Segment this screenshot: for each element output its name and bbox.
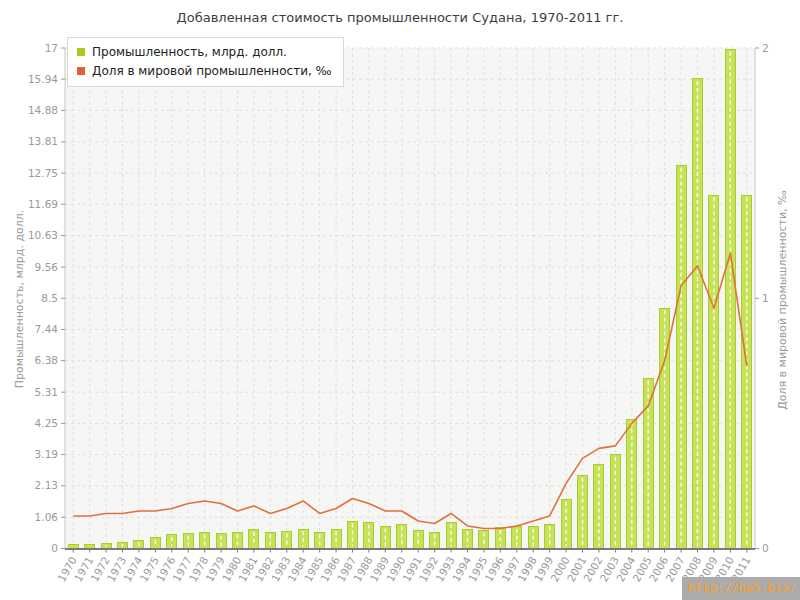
svg-text:5.31: 5.31 (35, 386, 58, 398)
right-axis-ticks: 012 (755, 42, 769, 555)
watermark-link[interactable]: http://be5.biz/ (682, 577, 800, 600)
left-axis-ticks: 01.062.133.194.255.316.387.448.59.5610.6… (28, 42, 65, 555)
svg-text:17: 17 (45, 42, 58, 54)
svg-text:11.69: 11.69 (28, 198, 58, 210)
legend-item-world-share-label: Доля в мировой промышленности, ‰ (92, 62, 332, 81)
svg-text:2: 2 (762, 42, 769, 54)
plot-area: 01.062.133.194.255.316.387.448.59.5610.6… (0, 0, 800, 600)
svg-text:7.44: 7.44 (35, 323, 59, 335)
world-share-series-swatch (77, 67, 85, 75)
svg-text:1: 1 (762, 292, 769, 304)
svg-text:0: 0 (51, 542, 58, 554)
svg-text:8.5: 8.5 (41, 292, 58, 304)
svg-text:14.88: 14.88 (28, 104, 58, 116)
x-axis-ticks: 1970197119721973197419751976197719781979… (55, 549, 752, 584)
chart-canvas: Добавленная стоимость промышленности Суд… (0, 0, 800, 600)
industry-series-swatch (77, 48, 85, 56)
legend: Промышленность, млрд. долл. Доля в миров… (67, 37, 344, 87)
svg-text:6.38: 6.38 (35, 354, 58, 366)
legend-item-industry-label: Промышленность, млрд. долл. (92, 43, 287, 62)
svg-text:2.13: 2.13 (35, 479, 58, 491)
svg-text:13.81: 13.81 (28, 135, 58, 147)
svg-text:1.06: 1.06 (35, 511, 59, 523)
svg-text:3.19: 3.19 (35, 448, 58, 460)
legend-item-industry: Промышленность, млрд. долл. (77, 43, 332, 62)
svg-text:15.94: 15.94 (28, 73, 58, 85)
legend-item-world-share: Доля в мировой промышленности, ‰ (77, 62, 332, 81)
svg-text:4.25: 4.25 (35, 417, 58, 429)
svg-text:12.75: 12.75 (28, 167, 58, 179)
svg-text:0: 0 (762, 542, 769, 554)
svg-text:9.56: 9.56 (35, 261, 59, 273)
svg-text:10.63: 10.63 (28, 229, 58, 241)
